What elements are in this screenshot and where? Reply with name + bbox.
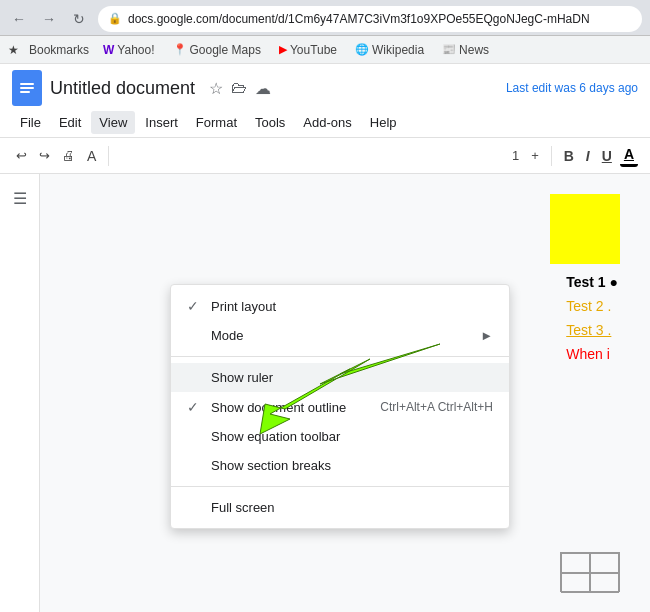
toolbar-right: 1 + B I U A [508,144,638,167]
reload-button[interactable]: ↻ [68,8,90,30]
last-edit-text: Last edit was 6 days ago [506,81,638,95]
menu-show-outline[interactable]: ✓ Show document outline Ctrl+Alt+A Ctrl+… [171,392,509,422]
forward-button[interactable]: → [38,8,60,30]
separator-2 [171,486,509,487]
back-button[interactable]: ← [8,8,30,30]
bookmarks-bar: ★ Bookmarks W Yahoo! 📍 Google Maps ▶ You… [0,36,650,64]
menu-show-ruler[interactable]: Show ruler [171,363,509,392]
toolbar-sep-1 [108,146,109,166]
menu-show-equation[interactable]: Show equation toolbar [171,422,509,451]
show-equation-label: Show equation toolbar [211,429,493,444]
menu-help[interactable]: Help [362,111,405,134]
check-icon: ✓ [187,399,203,415]
show-ruler-label: Show ruler [211,370,493,385]
zoom-field[interactable]: 1 [508,146,523,165]
undo-button[interactable]: ↩ [12,146,31,165]
menu-bar: File Edit View Insert Format Tools Add-o… [0,108,650,138]
docs-logo [12,70,42,106]
table-cell [590,573,619,593]
bookmark-youtube[interactable]: ▶ YouTube [275,41,341,59]
content-area: ☰ Test 1 ● Test 2 . Test 3 . When i [0,174,650,612]
left-sidebar: ☰ [0,174,40,612]
cloud-icon[interactable]: ☁ [255,79,271,98]
menu-show-section-breaks[interactable]: Show section breaks [171,451,509,480]
doc-text-lines: Test 1 ● Test 2 . Test 3 . When i [566,274,618,370]
menu-mode[interactable]: Mode ► [171,321,509,350]
menu-file[interactable]: File [12,111,49,134]
yellow-highlight-box [550,194,620,264]
table-cell [590,553,619,573]
table-cell [561,573,590,593]
text-test3: Test 3 . [566,322,618,338]
check-icon: ✓ [187,298,203,314]
bookmark-wikipedia[interactable]: 🌐 Wikipedia [351,41,428,59]
document-title[interactable]: Untitled document [50,78,195,99]
view-dropdown-menu: ✓ Print layout Mode ► Show ruler ✓ [170,284,510,529]
bold-button[interactable]: B [560,146,578,166]
bookmarks-text: Bookmarks [29,43,89,57]
spellcheck-button[interactable]: A [83,146,100,166]
bookmark-news[interactable]: 📰 News [438,41,493,59]
strikethrough-button[interactable]: A [620,144,638,167]
shortcut-text: Ctrl+Alt+A Ctrl+Alt+H [380,400,493,414]
title-bar: Untitled document ☆ 🗁 ☁ Last edit was 6 … [0,64,650,108]
doc-area[interactable]: Test 1 ● Test 2 . Test 3 . When i [40,174,650,612]
address-bar[interactable]: 🔒 docs.google.com/document/d/1Cm6y47AM7C… [98,6,642,32]
browser-chrome: ← → ↻ 🔒 docs.google.com/document/d/1Cm6y… [0,0,650,36]
lock-icon: 🔒 [108,12,122,25]
underline-button[interactable]: U [598,146,616,166]
mode-label: Mode [211,328,472,343]
menu-format[interactable]: Format [188,111,245,134]
title-icons: ☆ 🗁 ☁ [209,79,271,98]
show-outline-label: Show document outline [211,400,372,415]
cloud-save-icon[interactable]: 🗁 [231,79,247,97]
table-preview [560,552,620,592]
address-text: docs.google.com/document/d/1Cm6y47AM7C3i… [128,12,590,26]
menu-insert[interactable]: Insert [137,111,186,134]
separator-1 [171,356,509,357]
toolbar-sep-2 [551,146,552,166]
text-test2: Test 2 . [566,298,618,314]
submenu-arrow-icon: ► [480,328,493,343]
show-section-breaks-label: Show section breaks [211,458,493,473]
star-icon[interactable]: ☆ [209,79,223,98]
menu-addons[interactable]: Add-ons [295,111,359,134]
toolbar: ↩ ↪ 🖨 A 1 + B I U A [0,138,650,174]
menu-edit[interactable]: Edit [51,111,89,134]
menu-full-screen[interactable]: Full screen [171,493,509,522]
bookmarks-label: ★ [8,43,19,57]
gdocs-app: Untitled document ☆ 🗁 ☁ Last edit was 6 … [0,64,650,612]
print-layout-label: Print layout [211,299,493,314]
italic-button[interactable]: I [582,146,594,166]
outline-icon[interactable]: ☰ [6,184,34,212]
bookmark-maps[interactable]: 📍 Google Maps [169,41,265,59]
text-test1: Test 1 ● [566,274,618,290]
menu-print-layout[interactable]: ✓ Print layout [171,291,509,321]
full-screen-label: Full screen [211,500,493,515]
table-cell [561,553,590,573]
menu-view[interactable]: View [91,111,135,134]
redo-button[interactable]: ↪ [35,146,54,165]
menu-tools[interactable]: Tools [247,111,293,134]
text-when: When i [566,346,618,362]
print-button[interactable]: 🖨 [58,146,79,165]
zoom-plus[interactable]: + [527,146,543,165]
bookmark-yahoo[interactable]: W Yahoo! [99,41,158,59]
